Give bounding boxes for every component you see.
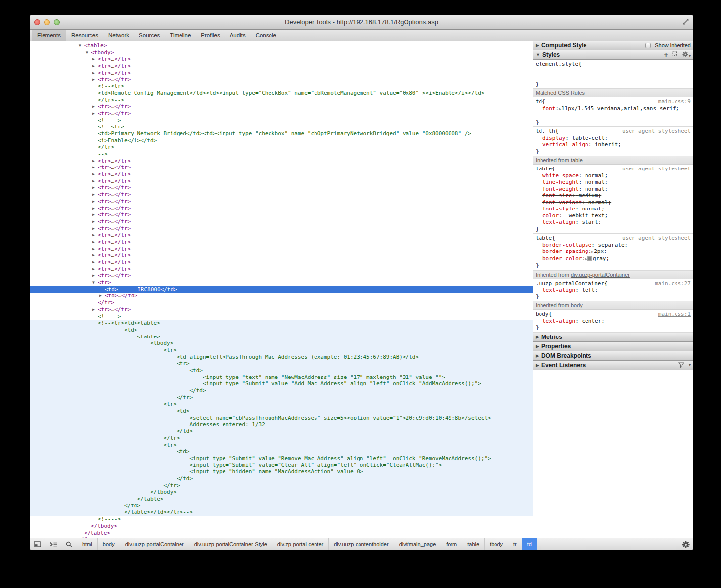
expand-arrow-icon[interactable]: ▶: [92, 76, 95, 83]
tree-line[interactable]: <td>: [30, 408, 533, 415]
css-property[interactable]: color: -webkit-text;: [536, 212, 691, 219]
css-property[interactable]: text-align: center;: [536, 318, 691, 325]
tree-line[interactable]: ▶<tr>…</tr>: [30, 259, 533, 266]
expand-icon[interactable]: [681, 17, 690, 26]
expand-arrow-icon[interactable]: ▶: [92, 164, 95, 171]
tree-line[interactable]: <input type="hidden" name="MacAddressAct…: [30, 468, 533, 475]
stylesheet-link[interactable]: main.css:27: [651, 280, 691, 287]
tree-line[interactable]: </td>: [30, 428, 533, 435]
stylesheet-link[interactable]: main.css:9: [654, 98, 691, 105]
tab-network[interactable]: Network: [103, 30, 134, 41]
breadcrumb-item-body[interactable]: body: [98, 538, 120, 550]
breadcrumb-item-form[interactable]: form: [441, 538, 462, 550]
breadcrumb-item-div.zp-portal-center[interactable]: div.zp-portal-center: [272, 538, 329, 550]
event-listeners-filter[interactable]: ▾: [678, 362, 691, 368]
breadcrumb-item-html[interactable]: html: [77, 538, 98, 550]
tab-sources[interactable]: Sources: [134, 30, 165, 41]
tree-line[interactable]: <td>: [30, 367, 533, 374]
expand-arrow-icon[interactable]: ▶: [92, 232, 95, 239]
tree-line[interactable]: </tr>: [30, 435, 533, 442]
tree-line[interactable]: <input type="Submit" value="Clear All" a…: [30, 462, 533, 469]
css-property[interactable]: font-size: medium;: [536, 192, 691, 199]
css-property[interactable]: font-weight: normal;: [536, 186, 691, 193]
css-property[interactable]: font-style: normal;: [536, 206, 691, 212]
tree-line[interactable]: </tr>-->: [30, 97, 533, 104]
expand-arrow-icon[interactable]: ▶: [92, 272, 95, 279]
tree-line[interactable]: ▶<tr>…</tr>: [30, 191, 533, 198]
css-property[interactable]: vertical-align: inherit;: [536, 141, 691, 148]
tree-line[interactable]: ▶<tr>…</tr>: [30, 171, 533, 178]
tree-line[interactable]: ▶<tr>…</tr>: [30, 158, 533, 165]
tree-line[interactable]: ▶<tr>…</tr>: [30, 252, 533, 259]
expand-arrow-icon[interactable]: ▶: [92, 211, 95, 218]
expand-arrow-icon[interactable]: ▶: [92, 225, 95, 232]
tree-line[interactable]: ▶<tr>…</tr>: [30, 164, 533, 171]
element-state-button[interactable]: [672, 51, 678, 59]
tree-line[interactable]: <select name="cbPassThroughMacAddresses"…: [30, 415, 533, 421]
tree-line[interactable]: ▶<tr>…</tr>: [30, 246, 533, 252]
collapse-arrow-icon[interactable]: ▼: [79, 42, 81, 49]
expand-arrow-icon[interactable]: ▶: [92, 306, 95, 313]
expand-arrow-icon[interactable]: ▶: [92, 110, 95, 117]
tree-line[interactable]: </tbody>: [30, 489, 533, 496]
expand-arrow-icon[interactable]: ▶: [92, 63, 95, 70]
tree-line[interactable]: <i>Enable</i></td>: [30, 137, 533, 144]
styles-gear-icon[interactable]: ▾: [682, 51, 691, 59]
css-property[interactable]: font:▶11px/1.545 verdana,arial,sans-seri…: [536, 105, 691, 113]
settings-gear-icon[interactable]: [682, 538, 690, 550]
css-property[interactable]: text-align: start;: [536, 219, 691, 226]
expand-arrow-icon[interactable]: ▶: [92, 171, 95, 178]
tree-line[interactable]: <table>: [30, 334, 533, 340]
collapse-arrow-icon[interactable]: ▼: [86, 49, 88, 56]
tree-line[interactable]: </tbody>: [30, 523, 533, 530]
dock-side-button[interactable]: [30, 538, 45, 550]
tree-line[interactable]: <!--<tr>: [30, 124, 533, 130]
breadcrumb-item-td[interactable]: td: [522, 538, 537, 550]
computed-style-section-header[interactable]: ▶ Computed Style Show inherited: [533, 41, 693, 50]
tab-profiles[interactable]: Profiles: [196, 30, 225, 41]
tree-line[interactable]: <!--<tr><td><table>: [30, 320, 533, 327]
tab-resources[interactable]: Resources: [66, 30, 103, 41]
tree-line[interactable]: Addresses entered: 1/32: [30, 421, 533, 428]
expand-arrow-icon[interactable]: ▶: [92, 259, 95, 266]
styles-section-header[interactable]: ▼ Styles +: [533, 50, 693, 60]
tree-line[interactable]: <tr>: [30, 360, 533, 367]
expand-arrow-icon[interactable]: ▶: [92, 70, 95, 77]
tree-line[interactable]: <!---->: [30, 117, 533, 124]
tree-line[interactable]: </table>: [30, 530, 533, 537]
expand-arrow-icon[interactable]: ▶: [92, 158, 95, 165]
tree-line[interactable]: <!---->: [30, 516, 533, 523]
tree-line[interactable]: ▶<tr>…</tr>: [30, 232, 533, 239]
tab-elements[interactable]: Elements: [32, 30, 66, 41]
expand-arrow-icon[interactable]: ▶: [92, 198, 95, 205]
tree-line[interactable]: </tr>: [30, 482, 533, 489]
tree-line[interactable]: ▶<tr>…</tr>: [30, 272, 533, 279]
css-property[interactable]: text-align: left;: [536, 287, 691, 294]
tree-line[interactable]: <td>Remote Config Management</td><td><in…: [30, 90, 533, 97]
expand-arrow-icon[interactable]: ▶: [92, 252, 95, 259]
tree-line[interactable]: -->: [30, 151, 533, 158]
expand-arrow-icon[interactable]: ▶: [92, 184, 95, 191]
section-header-metrics[interactable]: ▶Metrics: [533, 333, 693, 342]
expand-arrow-icon[interactable]: ▶: [92, 191, 95, 198]
tree-line[interactable]: <tr>: [30, 401, 533, 408]
breadcrumb-item-table[interactable]: table: [462, 538, 485, 550]
show-inherited-checkbox[interactable]: [645, 43, 651, 48]
tree-line[interactable]: ▶<tr>…</tr>: [30, 103, 533, 110]
tree-line[interactable]: ▼<table>: [30, 42, 533, 49]
tree-line[interactable]: ▶<tr>…</tr>: [30, 178, 533, 185]
tree-line[interactable]: ▶<tr>…</tr>: [30, 218, 533, 225]
expand-arrow-icon[interactable]: ▶: [92, 103, 95, 110]
tree-line[interactable]: </td>: [30, 387, 533, 394]
tree-line[interactable]: <input type="text" name="NewMacAddress" …: [30, 374, 533, 381]
tree-line[interactable]: <td align=left>PassThrough Mac Addresses…: [30, 354, 533, 361]
tree-line-selected[interactable]: <td> IRC8000</td>: [30, 286, 533, 293]
tree-line[interactable]: ▶<tr>…</tr>: [30, 225, 533, 232]
tree-line[interactable]: ▶<tr>…</tr>: [30, 266, 533, 273]
section-header-dom-breakpoints[interactable]: ▶DOM Breakpoints: [533, 351, 693, 361]
tree-line[interactable]: <!---->: [30, 313, 533, 320]
css-property[interactable]: white-space: normal;: [536, 172, 691, 179]
tree-line[interactable]: </tr>: [30, 299, 533, 306]
expand-arrow-icon[interactable]: ▶: [92, 56, 95, 63]
elements-tree-panel[interactable]: ▼<table>▼<tbody>▶<tr>…</tr>▶<tr>…</tr>▶<…: [30, 41, 533, 538]
